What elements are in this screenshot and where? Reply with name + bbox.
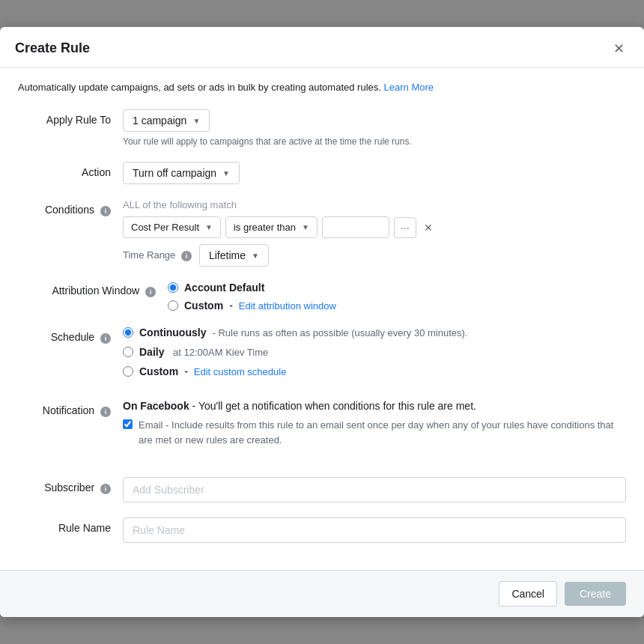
rule-name-label: Rule Name: [18, 517, 123, 534]
subscriber-info-icon: i: [100, 484, 111, 494]
schedule-row: Schedule i Continuously - Rule runs as o…: [18, 326, 626, 385]
modal-footer: Cancel Create: [0, 570, 644, 617]
schedule-content: Continuously - Rule runs as often as pos…: [123, 326, 626, 385]
conditions-content: ALL of the following match Cost Per Resu…: [123, 199, 626, 267]
separator: -: [184, 365, 188, 377]
schedule-continuously-radio[interactable]: [123, 327, 133, 338]
condition-remove-button[interactable]: ✕: [421, 219, 436, 237]
notification-label: Notification i: [18, 400, 123, 416]
rule-name-content: [123, 517, 626, 543]
chevron-down-icon: ▼: [192, 117, 200, 125]
time-range-dropdown[interactable]: Lifetime ▼: [199, 244, 269, 267]
edit-attribution-link[interactable]: Edit attribution window: [239, 300, 336, 312]
attribution-content: Account Default Custom - Edit attributio…: [168, 282, 626, 312]
schedule-label: Schedule i: [18, 326, 123, 343]
attribution-info-icon: i: [145, 287, 156, 297]
all-conditions-label: ALL of the following match: [123, 199, 626, 210]
chevron-down-icon: ▼: [302, 223, 309, 231]
attribution-account-default-radio[interactable]: [168, 282, 178, 293]
condition-row: Cost Per Result ▼ is greater than ▼ ··· …: [123, 216, 626, 238]
separator: -: [229, 300, 233, 312]
action-dropdown[interactable]: Turn off campaign ▼: [123, 162, 240, 184]
subscriber-input[interactable]: [123, 477, 626, 502]
attribution-custom[interactable]: Custom - Edit attribution window: [168, 300, 626, 312]
subscriber-row: Subscriber i: [18, 477, 626, 502]
attribution-account-default[interactable]: Account Default: [168, 282, 626, 294]
attribution-radio-group: Account Default Custom - Edit attributio…: [168, 282, 626, 312]
apply-rule-sub-text: Your rule will apply to campaigns that a…: [123, 136, 626, 147]
apply-rule-row: Apply Rule To 1 campaign ▼ Your rule wil…: [18, 109, 626, 147]
create-button[interactable]: Create: [565, 582, 626, 606]
apply-rule-content: 1 campaign ▼ Your rule will apply to cam…: [123, 109, 626, 147]
attribution-custom-label: Custom: [184, 300, 223, 312]
modal-title: Create Rule: [15, 40, 90, 56]
learn-more-link[interactable]: Learn More: [384, 82, 434, 93]
time-range-label: Time Range i: [123, 249, 192, 261]
modal-header: Create Rule ✕: [0, 27, 644, 68]
action-label: Action: [18, 162, 123, 178]
schedule-daily[interactable]: Daily at 12:00AM Kiev Time: [123, 346, 626, 358]
conditions-row: Conditions i ALL of the following match …: [18, 199, 626, 267]
email-notification-checkbox[interactable]: [123, 419, 133, 429]
attribution-row: Attribution Window i Account Default Cus…: [18, 282, 626, 312]
action-content: Turn off campaign ▼: [123, 162, 626, 184]
attribution-account-default-label: Account Default: [184, 282, 264, 294]
modal-body: Automatically update campaigns, ad sets …: [0, 68, 644, 571]
conditions-info-icon: i: [100, 206, 111, 216]
rule-name-input[interactable]: [123, 517, 626, 543]
attribution-label: Attribution Window i: [18, 282, 168, 297]
schedule-continuously[interactable]: Continuously - Rule runs as often as pos…: [123, 326, 626, 338]
time-range-info-icon: i: [181, 251, 192, 261]
info-text: Automatically update campaigns, ad sets …: [18, 80, 626, 95]
condition-value-input[interactable]: [322, 216, 389, 238]
condition-more-button[interactable]: ···: [394, 217, 416, 238]
condition-operator-dropdown[interactable]: is greater than ▼: [225, 216, 318, 238]
chevron-down-icon: ▼: [222, 169, 230, 177]
chevron-down-icon: ▼: [205, 223, 213, 231]
attribution-custom-radio[interactable]: [168, 300, 178, 311]
edit-custom-schedule-link[interactable]: Edit custom schedule: [194, 366, 287, 377]
time-range-row: Time Range i Lifetime ▼: [123, 244, 626, 267]
rule-name-row: Rule Name: [18, 517, 626, 543]
schedule-info-icon: i: [100, 333, 111, 344]
condition-type-dropdown[interactable]: Cost Per Result ▼: [123, 216, 221, 238]
email-notification-checkbox-item[interactable]: Email - Include results from this rule t…: [123, 418, 626, 447]
close-button[interactable]: ✕: [609, 39, 629, 58]
chevron-down-icon: ▼: [252, 252, 259, 260]
notification-row: Notification i On Facebook - You'll get …: [18, 400, 626, 462]
conditions-label-text: Conditions i: [18, 199, 123, 216]
subscriber-label: Subscriber i: [18, 477, 123, 493]
schedule-custom[interactable]: Custom - Edit custom schedule: [123, 365, 626, 377]
on-facebook-text: On Facebook - You'll get a notification …: [123, 400, 626, 412]
apply-rule-dropdown[interactable]: 1 campaign ▼: [123, 109, 210, 132]
create-rule-modal: Create Rule ✕ Automatically update campa…: [0, 27, 644, 618]
schedule-custom-radio[interactable]: [123, 366, 133, 377]
action-row: Action Turn off campaign ▼: [18, 162, 626, 184]
notification-info-icon: i: [100, 407, 111, 417]
subscriber-content: [123, 477, 626, 502]
cancel-button[interactable]: Cancel: [499, 581, 557, 607]
notification-content: On Facebook - You'll get a notification …: [123, 400, 626, 447]
schedule-daily-radio[interactable]: [123, 347, 133, 357]
apply-rule-label: Apply Rule To: [18, 109, 123, 126]
